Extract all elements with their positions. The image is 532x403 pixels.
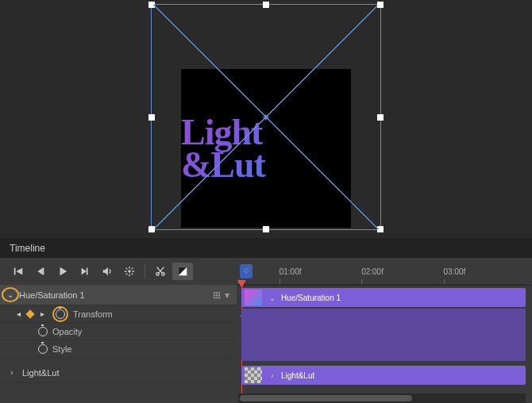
- canvas-viewport[interactable]: Light &Lut ✦: [0, 0, 532, 238]
- resize-handle-bm[interactable]: [263, 226, 269, 232]
- mask-button[interactable]: [172, 263, 193, 280]
- panel-title: Timeline: [0, 239, 532, 258]
- property-name: Style: [52, 344, 71, 354]
- clip-hue-saturation[interactable]: ⌄ Hue/Saturation 1: [241, 288, 526, 307]
- prev-frame-button[interactable]: [30, 263, 51, 280]
- svg-marker-5: [82, 268, 87, 275]
- stopwatch-icon[interactable]: [56, 309, 65, 319]
- selection-bounding-box[interactable]: ✦: [151, 4, 381, 230]
- timeline-panel: Timeline 01:00f 02:00f 03:00f ♡ ⌄ Hue/Sa…: [0, 238, 532, 403]
- settings-button[interactable]: [119, 263, 140, 280]
- resize-handle-bl[interactable]: [148, 226, 155, 232]
- svg-marker-7: [103, 267, 108, 276]
- clip-label: Hue/Saturation 1: [281, 294, 341, 302]
- resize-handle-tl[interactable]: [148, 2, 155, 8]
- audio-button[interactable]: [97, 263, 118, 280]
- go-to-start-button[interactable]: [8, 263, 29, 280]
- svg-point-8: [128, 270, 131, 273]
- time-tick: 03:00f: [444, 263, 526, 284]
- resize-handle-mr[interactable]: [377, 114, 384, 121]
- anchor-point-icon[interactable]: ✦: [260, 112, 272, 123]
- property-row-opacity[interactable]: Opacity: [0, 323, 237, 340]
- clip-background: [241, 309, 526, 361]
- track-lightlut[interactable]: › Light&Lut: [238, 366, 526, 386]
- clip-lightlut[interactable]: › Light&Lut: [241, 366, 526, 385]
- prev-keyframe-button[interactable]: ◂: [13, 309, 24, 318]
- clip-label: Light&Lut: [281, 371, 314, 380]
- svg-marker-4: [60, 267, 67, 276]
- svg-rect-3: [43, 268, 44, 275]
- property-row-style[interactable]: Style: [0, 340, 237, 358]
- layer-name: Hue/Saturation 1: [19, 290, 213, 300]
- time-ruler[interactable]: 01:00f 02:00f 03:00f: [238, 263, 526, 285]
- svg-rect-0: [14, 268, 16, 275]
- resize-handle-tr[interactable]: [377, 2, 384, 8]
- keyframe-diamond-icon[interactable]: [25, 309, 34, 318]
- stopwatch-icon[interactable]: [38, 327, 48, 336]
- next-keyframe-button[interactable]: ▸: [37, 309, 48, 318]
- play-button[interactable]: [52, 263, 73, 280]
- clip-thumbnail: [245, 367, 262, 383]
- horizontal-scrollbar[interactable]: [238, 393, 526, 403]
- layer-row-lightlut[interactable]: › Light&Lut: [0, 363, 237, 383]
- scrollbar-thumb[interactable]: [240, 395, 412, 401]
- time-tick: 01:00f: [279, 263, 361, 284]
- svg-marker-2: [38, 268, 43, 275]
- stopwatch-icon[interactable]: [38, 344, 48, 354]
- chevron-right-icon: ›: [267, 371, 278, 380]
- layer-name: Light&Lut: [22, 368, 230, 378]
- chevron-down-icon[interactable]: ⌄: [5, 290, 16, 299]
- clip-thumbnail: [245, 290, 262, 305]
- resize-handle-br[interactable]: [377, 226, 384, 232]
- property-name: Opacity: [52, 327, 82, 336]
- time-tick: 02:00f: [361, 263, 443, 284]
- chevron-right-icon[interactable]: ›: [6, 368, 17, 377]
- resize-handle-tm[interactable]: [263, 2, 269, 8]
- svg-rect-6: [87, 268, 88, 275]
- chevron-down-icon: ⌄: [267, 294, 278, 302]
- layer-row-hue-saturation[interactable]: ⌄ Hue/Saturation 1 ⊞ ▾: [0, 285, 237, 305]
- highlight-ring: ⌄: [2, 287, 19, 302]
- track-sub-bg: [238, 323, 526, 361]
- track-hue-saturation[interactable]: ⌄ Hue/Saturation 1: [238, 288, 526, 309]
- layers-panel: ⌄ Hue/Saturation 1 ⊞ ▾ ◂ ▸ Transform Opa…: [0, 285, 237, 383]
- property-name: Transform: [73, 309, 113, 319]
- divider: [145, 264, 145, 278]
- keyframe-nav: ◂ ▸: [13, 309, 48, 318]
- resize-handle-ml[interactable]: [148, 114, 155, 121]
- property-row-transform[interactable]: ◂ ▸ Transform: [0, 305, 237, 323]
- highlight-ring: [52, 306, 68, 322]
- tracks-area[interactable]: ⌄ Hue/Saturation 1 › Light&Lut: [238, 288, 526, 386]
- svg-marker-1: [16, 268, 22, 275]
- layer-options-button[interactable]: ⊞ ▾: [213, 290, 230, 301]
- cut-button[interactable]: [150, 263, 171, 280]
- next-frame-button[interactable]: [75, 263, 95, 280]
- timeline-marker[interactable]: ♡: [240, 264, 253, 278]
